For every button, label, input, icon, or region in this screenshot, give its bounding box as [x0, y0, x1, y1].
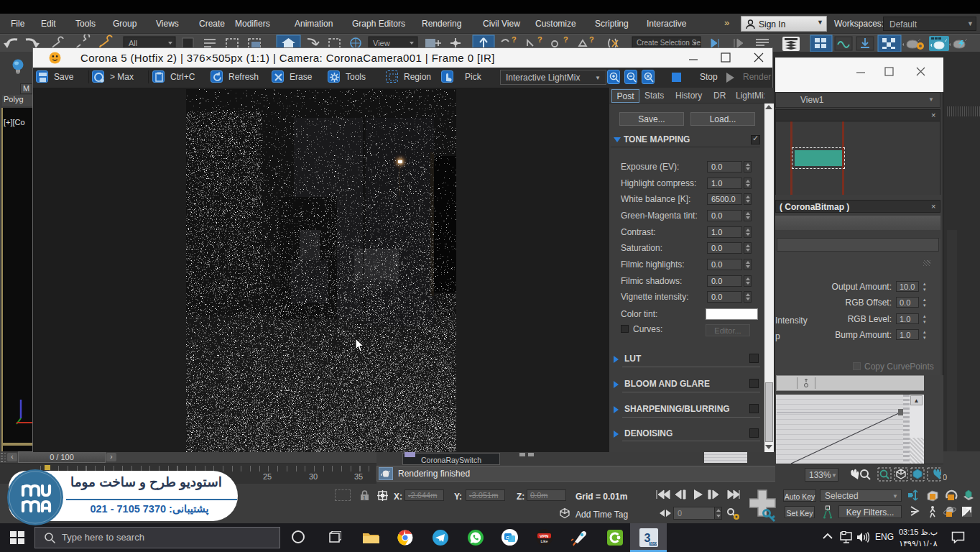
svg-text:?: ?: [512, 35, 517, 44]
svg-text:1: 1: [363, 495, 366, 500]
svg-text:?: ?: [589, 35, 594, 44]
svg-text:VPN: VPN: [540, 534, 548, 538]
svg-text:C: C: [506, 535, 509, 540]
svg-text:?: ?: [563, 35, 568, 44]
svg-text:Like: Like: [541, 539, 548, 543]
svg-text:?: ?: [537, 35, 542, 44]
svg-text:View: View: [373, 39, 390, 47]
svg-text:Create Selection Se: Create Selection Se: [637, 39, 701, 47]
svg-text:All: All: [129, 39, 137, 47]
svg-text:MAX: MAX: [650, 542, 657, 546]
